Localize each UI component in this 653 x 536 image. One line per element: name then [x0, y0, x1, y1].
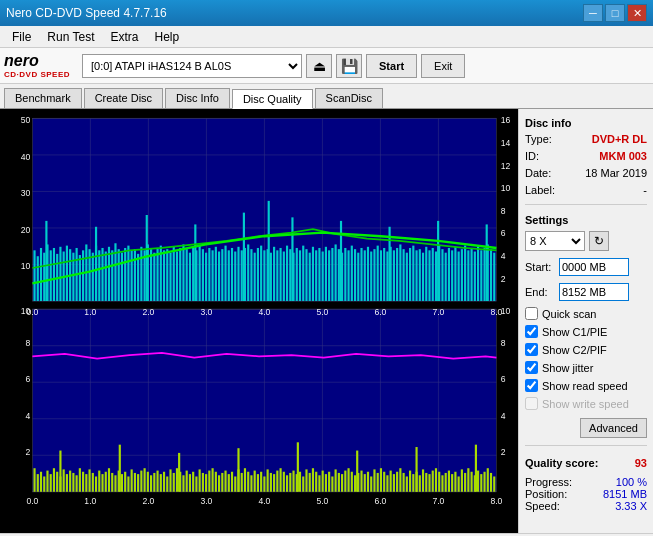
svg-rect-301 — [283, 472, 285, 492]
svg-rect-316 — [331, 476, 333, 491]
svg-text:4: 4 — [501, 250, 506, 260]
menu-file[interactable]: File — [4, 28, 39, 46]
show-c2-checkbox[interactable] — [525, 343, 538, 356]
svg-rect-251 — [121, 474, 123, 492]
svg-rect-214 — [95, 227, 97, 301]
svg-rect-134 — [241, 250, 243, 301]
tab-create-disc[interactable]: Create Disc — [84, 88, 163, 108]
svg-rect-76 — [53, 248, 55, 301]
svg-rect-196 — [441, 249, 443, 301]
svg-rect-253 — [127, 476, 129, 491]
refresh-button[interactable]: ↻ — [589, 231, 609, 251]
svg-rect-131 — [231, 248, 233, 301]
end-input[interactable] — [559, 283, 629, 301]
advanced-button[interactable]: Advanced — [580, 418, 647, 438]
svg-text:40: 40 — [21, 151, 31, 161]
svg-rect-190 — [422, 253, 424, 301]
toolbar: nero CD·DVD SPEED [0:0] ATAPI iHAS124 B … — [0, 48, 653, 84]
svg-rect-207 — [477, 247, 479, 301]
svg-rect-359 — [471, 472, 473, 492]
svg-rect-338 — [403, 473, 405, 492]
eject-button[interactable]: ⏏ — [306, 54, 332, 78]
tab-benchmark[interactable]: Benchmark — [4, 88, 82, 108]
minimize-button[interactable]: ─ — [583, 4, 603, 22]
tab-scan-disc[interactable]: ScanDisc — [315, 88, 383, 108]
svg-rect-168 — [351, 246, 353, 301]
disc-date-row: Date: 18 Mar 2019 — [525, 167, 647, 179]
svg-rect-343 — [419, 475, 421, 491]
svg-rect-238 — [79, 468, 81, 492]
logo-nero: nero — [4, 52, 70, 70]
svg-rect-245 — [101, 474, 103, 492]
quick-scan-checkbox[interactable] — [525, 307, 538, 320]
svg-rect-182 — [396, 248, 398, 301]
svg-rect-160 — [325, 247, 327, 301]
show-read-speed-checkbox[interactable] — [525, 379, 538, 392]
svg-rect-252 — [124, 472, 126, 492]
svg-rect-176 — [377, 246, 379, 301]
svg-text:3.0: 3.0 — [200, 495, 212, 505]
svg-rect-206 — [474, 252, 476, 301]
svg-rect-125 — [212, 250, 214, 301]
svg-rect-174 — [370, 252, 372, 301]
svg-rect-240 — [85, 474, 87, 492]
start-input[interactable] — [559, 258, 629, 276]
maximize-button[interactable]: □ — [605, 4, 625, 22]
save-button[interactable]: 💾 — [336, 54, 362, 78]
svg-rect-201 — [458, 252, 460, 301]
svg-text:7.0: 7.0 — [432, 307, 444, 317]
svg-rect-266 — [169, 469, 171, 491]
svg-rect-143 — [270, 253, 272, 301]
svg-rect-291 — [250, 475, 252, 491]
tab-disc-quality[interactable]: Disc Quality — [232, 89, 313, 109]
svg-rect-333 — [386, 475, 388, 491]
svg-rect-297 — [270, 473, 272, 492]
speed-selector[interactable]: 8 X — [525, 231, 585, 251]
svg-rect-72 — [40, 248, 42, 301]
svg-text:0.0: 0.0 — [26, 307, 38, 317]
svg-rect-175 — [373, 249, 375, 301]
menu-bar: File Run Test Extra Help — [0, 26, 653, 48]
exit-button[interactable]: Exit — [421, 54, 465, 78]
svg-text:4.0: 4.0 — [258, 307, 270, 317]
device-selector[interactable]: [0:0] ATAPI iHAS124 B AL0S — [82, 54, 302, 78]
svg-rect-90 — [98, 250, 100, 301]
start-button[interactable]: Start — [366, 54, 417, 78]
svg-rect-243 — [95, 476, 97, 491]
svg-rect-241 — [88, 469, 90, 491]
menu-run-test[interactable]: Run Test — [39, 28, 102, 46]
svg-rect-185 — [406, 253, 408, 301]
svg-rect-326 — [364, 474, 366, 492]
svg-rect-155 — [309, 253, 311, 301]
disc-type-row: Type: DVD+R DL — [525, 133, 647, 145]
logo: nero CD·DVD SPEED — [4, 52, 70, 79]
svg-text:0.0: 0.0 — [26, 495, 38, 505]
menu-extra[interactable]: Extra — [102, 28, 146, 46]
svg-rect-259 — [147, 472, 149, 492]
close-button[interactable]: ✕ — [627, 4, 647, 22]
svg-rect-231 — [56, 472, 58, 492]
show-jitter-checkbox[interactable] — [525, 361, 538, 374]
svg-rect-226 — [40, 472, 42, 492]
svg-rect-264 — [163, 472, 165, 492]
svg-rect-282 — [221, 473, 223, 492]
svg-rect-198 — [448, 248, 450, 301]
svg-rect-356 — [461, 469, 463, 491]
quality-row: Quality score: 93 — [525, 457, 647, 469]
svg-rect-313 — [322, 471, 324, 492]
svg-rect-191 — [425, 247, 427, 301]
svg-rect-101 — [134, 249, 136, 301]
svg-rect-354 — [454, 472, 456, 492]
svg-rect-278 — [208, 471, 210, 492]
show-c1-checkbox[interactable] — [525, 325, 538, 338]
svg-rect-265 — [166, 476, 168, 491]
svg-rect-332 — [383, 472, 385, 492]
svg-rect-107 — [153, 253, 155, 301]
menu-help[interactable]: Help — [147, 28, 188, 46]
tab-disc-info[interactable]: Disc Info — [165, 88, 230, 108]
svg-rect-127 — [218, 252, 220, 301]
svg-rect-292 — [254, 471, 256, 492]
svg-rect-283 — [224, 471, 226, 492]
svg-text:10: 10 — [21, 261, 31, 271]
disc-label-row: Label: - — [525, 184, 647, 196]
